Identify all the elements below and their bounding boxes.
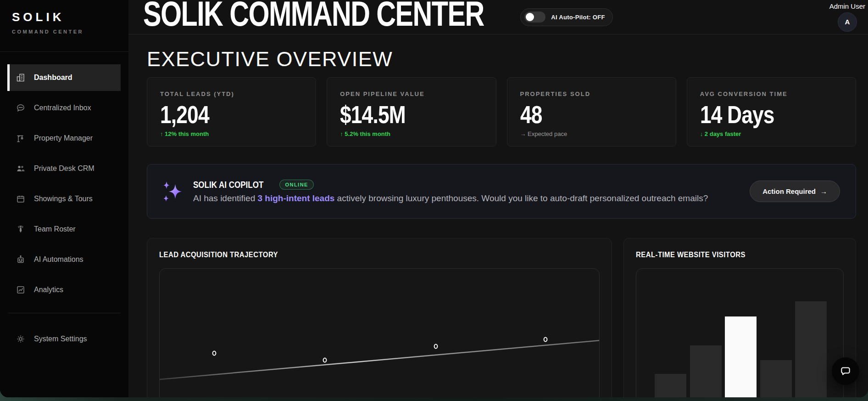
- sidebar-item-label: Property Manager: [34, 134, 93, 142]
- kpi-delta: ↓ 2 days faster: [700, 130, 843, 137]
- data-point-marker: [323, 358, 327, 362]
- kpi-delta: ↑ 12% this month: [160, 130, 303, 137]
- brand-subtitle: COMMAND CENTER: [12, 29, 128, 34]
- kpi-card-pipeline-value: OPEN PIPELINE VALUE $14.5M ↑ 5.2% this m…: [327, 77, 496, 147]
- sidebar-item-centralized-inbox[interactable]: Centralized Inbox: [7, 95, 121, 121]
- crane-icon: [16, 133, 26, 143]
- kpi-label: AVG CONVERSION TIME: [700, 90, 843, 97]
- kpi-label: PROPERTIES SOLD: [520, 90, 663, 97]
- sidebar-item-label: System Settings: [34, 335, 87, 343]
- trend-line: [160, 340, 600, 379]
- kpi-card-total-leads: TOTAL LEADS (YTD) 1,204 ↑ 12% this month: [147, 77, 316, 147]
- sidebar-item-team-roster[interactable]: Team Roster: [7, 216, 121, 243]
- sidebar-item-label: Private Desk CRM: [34, 164, 95, 173]
- kpi-value: 14 Days: [700, 102, 774, 128]
- toggle-track[interactable]: [524, 11, 545, 23]
- sidebar-item-ai-automations[interactable]: AI Automations: [7, 246, 121, 273]
- kpi-card-properties-sold: PROPERTIES SOLD 48 → Expected pace: [507, 77, 676, 147]
- brand-block: SOLIK COMMAND CENTER: [0, 0, 128, 52]
- kpi-value: 1,204: [160, 102, 209, 128]
- page-title: SOLIK COMMAND CENTER: [143, 0, 484, 31]
- people-icon: [16, 164, 26, 174]
- sidebar-item-label: Analytics: [34, 286, 63, 294]
- brand-logo: SOLIK: [12, 10, 128, 24]
- autopilot-toggle[interactable]: AI Auto-Pilot: OFF: [520, 8, 613, 26]
- sidebar-item-label: Centralized Inbox: [34, 104, 91, 112]
- data-point-marker: [434, 345, 438, 349]
- bar: [795, 301, 827, 397]
- calendar-icon: [16, 194, 26, 204]
- data-point-marker: [544, 338, 547, 342]
- action-required-button[interactable]: Action Required →: [750, 181, 840, 202]
- bar: [690, 345, 722, 397]
- top-header: SOLIK COMMAND CENTER AI Auto-Pilot: OFF …: [128, 0, 868, 34]
- kpi-label: OPEN PIPELINE VALUE: [340, 90, 483, 97]
- kpi-row: TOTAL LEADS (YTD) 1,204 ↑ 12% this month…: [147, 77, 856, 147]
- copilot-message-highlight: 3 high-intent leads: [257, 193, 334, 203]
- sidebar-item-label: AI Automations: [34, 255, 83, 264]
- necktie-icon: [16, 224, 26, 234]
- sidebar-item-showings-tours[interactable]: Showings & Tours: [7, 186, 121, 212]
- kpi-label: TOTAL LEADS (YTD): [160, 90, 303, 97]
- kpi-card-conversion-time: AVG CONVERSION TIME 14 Days ↓ 2 days fas…: [687, 77, 856, 147]
- sidebar-nav: Dashboard Centralized Inbox: [0, 52, 128, 352]
- kpi-value: 48: [520, 102, 542, 128]
- bar-chart-plot: [636, 268, 844, 397]
- arrow-right-icon: →: [820, 187, 827, 195]
- app-window: SOLIK COMMAND CENTER Dashboard: [0, 0, 868, 397]
- copilot-body: SOLIK AI COPILOT ONLINE AI has identifie…: [193, 180, 708, 203]
- copilot-title: SOLIK AI COPILOT: [193, 180, 263, 190]
- chat-bubble-icon: [16, 103, 26, 113]
- charts-row: LEAD ACQUISITION TRAJECTORY: [147, 238, 856, 397]
- status-badge: ONLINE: [279, 180, 314, 190]
- kpi-value: $14.5M: [340, 102, 406, 128]
- sidebar-item-label: Team Roster: [34, 225, 76, 233]
- user-name: Admin User: [829, 2, 865, 10]
- line-chart-svg: [160, 269, 600, 397]
- chat-bubble-icon: [840, 365, 851, 377]
- chart-title: LEAD ACQUISITION TRAJECTORY: [159, 250, 278, 260]
- copilot-message-prefix: AI has identified: [193, 193, 257, 203]
- kpi-delta: ↑ 5.2% this month: [340, 130, 483, 137]
- data-point-marker: [213, 351, 216, 356]
- chat-fab-button[interactable]: [832, 357, 859, 385]
- building-icon: [16, 73, 26, 83]
- avatar[interactable]: A: [838, 12, 857, 32]
- action-required-label: Action Required: [762, 187, 816, 195]
- robot-icon: [16, 254, 26, 265]
- chart-title: REAL-TIME WEBSITE VISITORS: [636, 250, 746, 260]
- sidebar-item-analytics[interactable]: Analytics: [7, 277, 121, 303]
- sidebar-item-dashboard[interactable]: Dashboard: [7, 64, 121, 91]
- autopilot-label: AI Auto-Pilot: OFF: [551, 14, 605, 21]
- chart-icon: [16, 285, 26, 295]
- copilot-message-suffix: actively browsing luxury penthouses. Wou…: [334, 193, 708, 203]
- line-chart-plot: [159, 268, 600, 397]
- sidebar-item-private-desk-crm[interactable]: Private Desk CRM: [7, 155, 121, 182]
- bar: [760, 360, 792, 397]
- sidebar-item-label: Dashboard: [34, 73, 72, 82]
- main-area: SOLIK COMMAND CENTER AI Auto-Pilot: OFF …: [128, 0, 868, 397]
- sparkles-icon: [162, 180, 183, 203]
- copilot-message: AI has identified 3 high-intent leads ac…: [193, 193, 708, 203]
- sidebar-item-property-manager[interactable]: Property Manager: [7, 125, 121, 152]
- kpi-delta: → Expected pace: [520, 130, 663, 137]
- gear-icon: [16, 334, 26, 344]
- lead-acquisition-chart-card: LEAD ACQUISITION TRAJECTORY: [147, 238, 612, 397]
- sidebar: SOLIK COMMAND CENTER Dashboard: [0, 0, 128, 397]
- section-heading: EXECUTIVE OVERVIEW: [147, 47, 856, 71]
- bar-highlighted: [725, 316, 757, 397]
- toggle-knob: [526, 13, 534, 21]
- user-block: Admin User A: [829, 2, 865, 32]
- bar: [655, 374, 686, 397]
- website-visitors-chart-card: REAL-TIME WEBSITE VISITORS: [623, 238, 856, 397]
- sidebar-item-system-settings[interactable]: System Settings: [7, 326, 121, 352]
- ai-copilot-banner: SOLIK AI COPILOT ONLINE AI has identifie…: [147, 164, 856, 219]
- sidebar-item-label: Showings & Tours: [34, 195, 93, 203]
- content: EXECUTIVE OVERVIEW TOTAL LEADS (YTD) 1,2…: [128, 47, 868, 397]
